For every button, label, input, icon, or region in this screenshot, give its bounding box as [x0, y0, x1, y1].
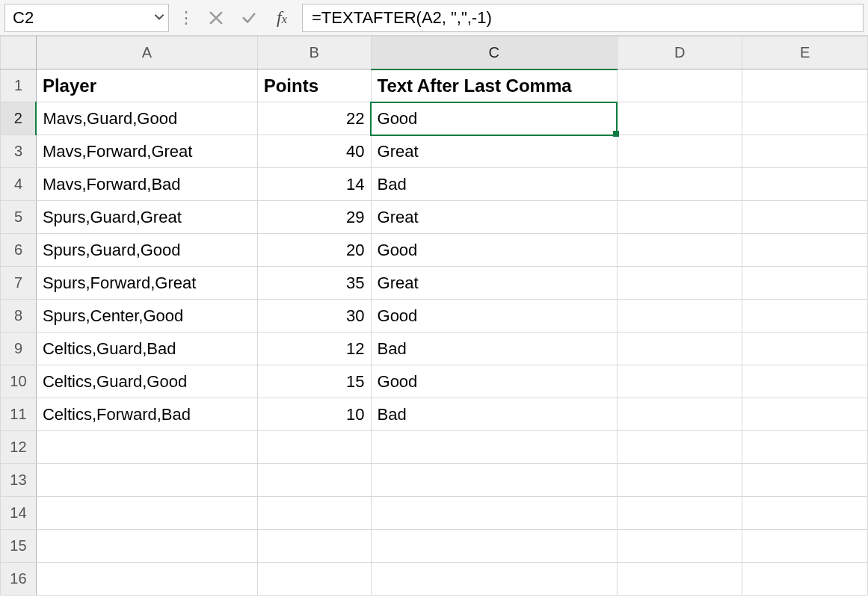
- row-header-15[interactable]: 15: [1, 530, 37, 563]
- cell-C6[interactable]: Good: [371, 234, 617, 267]
- cell-A15[interactable]: [36, 530, 257, 563]
- cell-E2[interactable]: [742, 102, 868, 135]
- column-header-B[interactable]: B: [257, 37, 371, 69]
- spreadsheet-grid[interactable]: A B C D E 1 Player Points Text After Las…: [0, 36, 868, 596]
- cell-C1[interactable]: Text After Last Comma: [371, 69, 617, 102]
- column-header-E[interactable]: E: [742, 37, 868, 69]
- cell-D1[interactable]: [617, 69, 742, 102]
- cell-A10[interactable]: Celtics,Guard,Good: [36, 365, 257, 398]
- cell-A13[interactable]: [36, 464, 257, 497]
- cell-B6[interactable]: 20: [257, 234, 371, 267]
- cell-B11[interactable]: 10: [257, 398, 371, 431]
- cell-C8[interactable]: Good: [371, 300, 617, 333]
- cell-A14[interactable]: [36, 497, 257, 530]
- cell-D9[interactable]: [617, 333, 742, 365]
- row-header-16[interactable]: 16: [1, 563, 37, 596]
- cell-E5[interactable]: [742, 201, 868, 234]
- row-header-13[interactable]: 13: [1, 464, 37, 497]
- cell-A16[interactable]: [36, 563, 257, 596]
- cell-D15[interactable]: [617, 530, 742, 563]
- cell-E9[interactable]: [742, 333, 868, 365]
- cell-B7[interactable]: 35: [257, 267, 371, 300]
- cell-D12[interactable]: [617, 431, 742, 464]
- cell-C3[interactable]: Great: [371, 135, 617, 168]
- cell-D13[interactable]: [617, 464, 742, 497]
- column-header-D[interactable]: D: [617, 37, 742, 69]
- cell-E4[interactable]: [742, 168, 868, 201]
- cell-D8[interactable]: [617, 300, 742, 333]
- row-header-6[interactable]: 6: [1, 234, 37, 267]
- cell-D10[interactable]: [617, 365, 742, 398]
- cell-D11[interactable]: [617, 398, 742, 431]
- cell-A7[interactable]: Spurs,Forward,Great: [36, 267, 257, 300]
- cell-D5[interactable]: [617, 201, 742, 234]
- cell-E16[interactable]: [742, 563, 868, 596]
- cell-C10[interactable]: Good: [371, 365, 617, 398]
- cell-B5[interactable]: 29: [257, 201, 371, 234]
- row-header-8[interactable]: 8: [1, 300, 37, 333]
- cell-C15[interactable]: [371, 530, 617, 563]
- row-header-7[interactable]: 7: [1, 267, 37, 300]
- cell-D6[interactable]: [617, 234, 742, 267]
- cell-A9[interactable]: Celtics,Guard,Bad: [36, 333, 257, 365]
- cell-A8[interactable]: Spurs,Center,Good: [36, 300, 257, 333]
- cell-D16[interactable]: [617, 563, 742, 596]
- cell-C14[interactable]: [371, 497, 617, 530]
- cell-C2[interactable]: Good: [371, 102, 617, 135]
- cell-E8[interactable]: [742, 300, 868, 333]
- cell-E3[interactable]: [742, 135, 868, 168]
- cell-B4[interactable]: 14: [257, 168, 371, 201]
- cell-B15[interactable]: [257, 530, 371, 563]
- insert-function-button[interactable]: fx: [269, 5, 295, 31]
- cell-C12[interactable]: [371, 431, 617, 464]
- cell-A12[interactable]: [36, 431, 257, 464]
- cell-A4[interactable]: Mavs,Forward,Bad: [36, 168, 257, 201]
- cell-E11[interactable]: [742, 398, 868, 431]
- row-header-10[interactable]: 10: [1, 365, 37, 398]
- row-header-2[interactable]: 2: [1, 102, 37, 135]
- cell-B12[interactable]: [257, 431, 371, 464]
- cell-B3[interactable]: 40: [257, 135, 371, 168]
- cell-D2[interactable]: [617, 102, 742, 135]
- row-header-5[interactable]: 5: [1, 201, 37, 234]
- cell-B16[interactable]: [257, 563, 371, 596]
- cell-E12[interactable]: [742, 431, 868, 464]
- cell-C4[interactable]: Bad: [371, 168, 617, 201]
- cell-E14[interactable]: [742, 497, 868, 530]
- cell-A6[interactable]: Spurs,Guard,Good: [36, 234, 257, 267]
- row-header-3[interactable]: 3: [1, 135, 37, 168]
- cell-D14[interactable]: [617, 497, 742, 530]
- cell-A11[interactable]: Celtics,Forward,Bad: [36, 398, 257, 431]
- cell-C16[interactable]: [371, 563, 617, 596]
- cell-A2[interactable]: Mavs,Guard,Good: [36, 102, 257, 135]
- row-header-14[interactable]: 14: [1, 497, 37, 530]
- column-header-C[interactable]: C: [371, 37, 617, 69]
- cell-C9[interactable]: Bad: [371, 333, 617, 365]
- cell-B1[interactable]: Points: [257, 69, 371, 102]
- cell-A5[interactable]: Spurs,Guard,Great: [36, 201, 257, 234]
- row-header-9[interactable]: 9: [1, 333, 37, 365]
- cell-A1[interactable]: Player: [36, 69, 257, 102]
- cell-E7[interactable]: [742, 267, 868, 300]
- cell-C7[interactable]: Great: [371, 267, 617, 300]
- cell-B14[interactable]: [257, 497, 371, 530]
- name-box[interactable]: C2: [4, 4, 169, 32]
- enter-button[interactable]: [236, 5, 262, 31]
- cell-D7[interactable]: [617, 267, 742, 300]
- cancel-button[interactable]: [203, 5, 229, 31]
- select-all-corner[interactable]: [1, 37, 37, 69]
- row-header-1[interactable]: 1: [1, 69, 37, 102]
- column-header-A[interactable]: A: [36, 37, 257, 69]
- cell-E1[interactable]: [742, 69, 868, 102]
- cell-C13[interactable]: [371, 464, 617, 497]
- cell-B2[interactable]: 22: [257, 102, 371, 135]
- cell-E6[interactable]: [742, 234, 868, 267]
- formula-input[interactable]: =TEXTAFTER(A2, ",",-1): [302, 4, 864, 32]
- cell-A3[interactable]: Mavs,Forward,Great: [36, 135, 257, 168]
- cell-E10[interactable]: [742, 365, 868, 398]
- cell-B9[interactable]: 12: [257, 333, 371, 365]
- row-header-11[interactable]: 11: [1, 398, 37, 431]
- cell-D3[interactable]: [617, 135, 742, 168]
- cell-C5[interactable]: Great: [371, 201, 617, 234]
- cell-E15[interactable]: [742, 530, 868, 563]
